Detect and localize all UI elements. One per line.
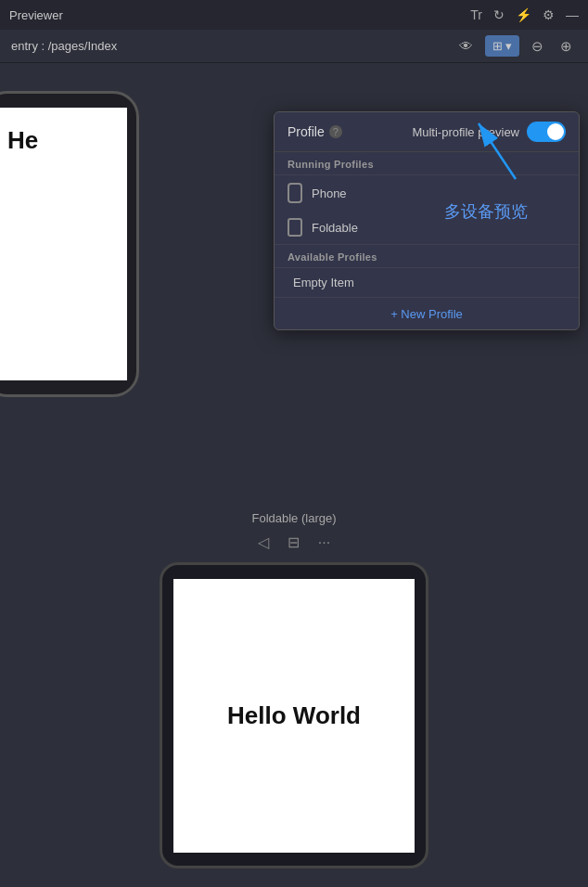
grid-view-button[interactable]: ⊞ ▾: [485, 35, 519, 57]
font-icon[interactable]: Tr: [470, 7, 482, 22]
dropdown-header: Profile ? Multi-profile preview: [275, 112, 579, 152]
eye-icon[interactable]: 👁: [454, 36, 478, 56]
chevron-down-icon: ▾: [505, 39, 512, 53]
refresh-icon[interactable]: ↻: [493, 7, 505, 22]
foldable-screen: Hello World: [173, 579, 415, 853]
settings-icon[interactable]: ⚙: [543, 7, 555, 22]
title-bar: Previewer Tr ↻ ⚡ ⚙ —: [0, 0, 588, 30]
phone-screen-partial: He: [0, 108, 127, 380]
profile-help-icon[interactable]: ?: [329, 125, 342, 138]
new-profile-row: + New Profile: [275, 297, 579, 329]
zoom-out-button[interactable]: ⊖: [527, 36, 548, 57]
back-button[interactable]: ◁: [253, 532, 274, 553]
grid-icon: ⊞: [492, 39, 503, 53]
foldable-profile-item[interactable]: Foldable: [275, 211, 579, 244]
arrow-annotation: [469, 114, 525, 192]
new-profile-link[interactable]: + New Profile: [390, 307, 463, 321]
foldable-profile-label: Foldable: [312, 221, 358, 235]
empty-item[interactable]: Empty Item: [275, 268, 579, 297]
main-canvas: He Foldable (large) ◁ ⊟ ··· Hello World …: [0, 63, 588, 887]
foldable-device-icon: [288, 218, 302, 237]
svg-line-1: [479, 123, 516, 179]
breadcrumb: entry : /pages/Index: [11, 39, 117, 53]
foldable-label: Foldable (large): [251, 511, 336, 525]
toolbar: entry : /pages/Index 👁 ⊞ ▾ ⊖ ⊕: [0, 30, 588, 63]
phone-profile-label: Phone: [312, 186, 347, 200]
foldable-device: Hello World: [160, 562, 428, 868]
available-profiles-title: Available Profiles: [275, 245, 579, 268]
app-name: Previewer: [9, 8, 63, 22]
profile-dropdown: Profile ? Multi-profile preview Running …: [274, 111, 580, 330]
running-profiles-section: Running Profiles: [275, 152, 579, 175]
phone-device-icon: [288, 183, 302, 203]
available-profiles-section: Available Profiles Empty Item: [275, 244, 579, 297]
zoom-in-button[interactable]: ⊕: [556, 36, 577, 57]
multi-preview-toggle[interactable]: [527, 122, 566, 142]
phone-profile-item[interactable]: Phone: [275, 175, 579, 211]
minimize-icon[interactable]: —: [566, 7, 579, 22]
profile-label-text: Profile: [288, 124, 325, 139]
lightning-icon[interactable]: ⚡: [516, 7, 531, 22]
fold-button[interactable]: ⊟: [283, 532, 304, 553]
foldable-hello-text: Hello World: [227, 701, 361, 730]
phone-device-partial: He: [0, 91, 139, 397]
more-button[interactable]: ···: [313, 533, 335, 553]
phone-hello-text: He: [7, 126, 38, 155]
device-controls[interactable]: ◁ ⊟ ···: [253, 532, 335, 553]
